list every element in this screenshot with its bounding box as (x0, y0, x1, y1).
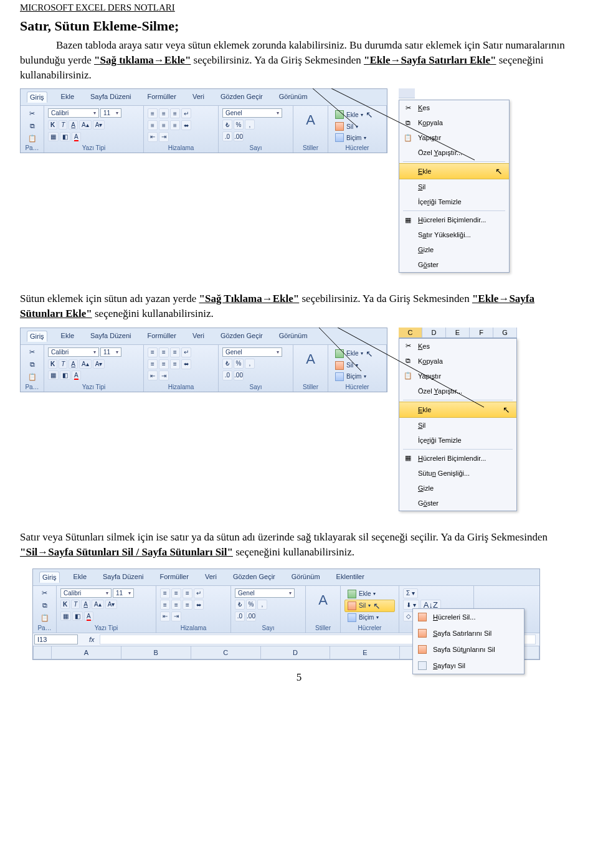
font-name-input[interactable]: Calibri▾ (48, 347, 99, 357)
align-center-icon[interactable]: ≡ (171, 600, 181, 610)
cm-goster[interactable]: Göster (399, 496, 516, 511)
align-left-icon[interactable]: ≡ (160, 600, 170, 610)
tab-sayfa-duzeni[interactable]: Sayfa Düzeni (88, 331, 133, 342)
tab-veri[interactable]: Veri (190, 92, 207, 103)
copy-icon[interactable]: ⧉ (27, 121, 37, 131)
name-box[interactable]: I13 (34, 634, 78, 644)
align-left-icon[interactable]: ≡ (148, 120, 158, 130)
sil-button-active[interactable]: Sil▾↖ (344, 600, 395, 612)
cm-ekle[interactable]: Ekle↖ (399, 402, 516, 418)
sil-button[interactable]: Sil▾ (332, 121, 382, 132)
col-F[interactable]: F (470, 328, 493, 337)
align-right-icon[interactable]: ≡ (170, 120, 180, 130)
cut-icon[interactable]: ✂ (27, 347, 37, 357)
cm-gizle[interactable]: Gizle (399, 481, 516, 496)
wrap-icon[interactable]: ↵ (194, 588, 204, 598)
cm-yapistir[interactable]: 📋Yapıştır (399, 369, 516, 384)
percent-icon[interactable]: % (234, 120, 244, 130)
border-icon[interactable]: ▦ (48, 370, 59, 380)
bold-button[interactable]: K (48, 120, 57, 130)
cm-hucreleri-bicimlendir[interactable]: ▦Hücreleri Biçimlendir... (399, 451, 516, 466)
fill-color-icon[interactable]: ◧ (60, 132, 70, 141)
tab-formuller[interactable]: Formüller (145, 331, 178, 342)
tab-gorunum[interactable]: Görünüm (289, 572, 323, 583)
cm-icerigi-temizle[interactable]: İçeriği Temizle (399, 433, 516, 448)
underline-button[interactable]: A (69, 359, 78, 369)
font-dec-icon[interactable]: A▾ (105, 600, 118, 609)
align-bot-icon[interactable]: ≡ (170, 108, 180, 118)
cm-kopyala[interactable]: ⧉Kopyala (399, 354, 516, 369)
font-inc-icon[interactable]: A▴ (79, 120, 92, 130)
font-color-icon[interactable]: A (72, 132, 81, 141)
font-size-input[interactable]: 11▾ (113, 588, 134, 598)
comma-icon[interactable]: , (257, 600, 267, 610)
dd-sayfa-satirlari-sil[interactable]: Sayfa Satırlarını Sil (413, 625, 524, 641)
number-format-input[interactable]: Genel▾ (235, 588, 295, 598)
font-name-input[interactable]: Calibri▾ (48, 108, 99, 118)
font-dec-icon[interactable]: A▾ (93, 359, 105, 369)
font-size-input[interactable]: 11▾ (100, 347, 121, 357)
tab-giris[interactable]: Giriş (27, 331, 47, 342)
align-mid-icon[interactable]: ≡ (159, 108, 169, 118)
tab-formuller[interactable]: Formüller (157, 572, 191, 583)
percent-icon[interactable]: % (234, 359, 244, 369)
styles-icon[interactable]: A (297, 347, 324, 367)
tab-gozden-gecir[interactable]: Gözden Geçir (218, 331, 265, 342)
cut-icon[interactable]: ✂ (40, 588, 50, 598)
ekle-button[interactable]: Ekle▾↖ (332, 108, 382, 121)
cm-ozel-yapistir[interactable]: Özel Yapıştır... (399, 145, 509, 160)
cm-kes[interactable]: ✂KKeses (399, 100, 509, 115)
font-color-icon[interactable]: A (72, 370, 81, 380)
tab-ekle[interactable]: Ekle (59, 331, 77, 342)
indent-inc-icon[interactable]: ⇥ (159, 370, 169, 380)
sum-icon[interactable]: Σ ▾ (403, 588, 418, 598)
col-C-selected[interactable]: C (399, 328, 422, 337)
paste-icon[interactable]: 📋 (27, 372, 37, 382)
border-icon[interactable]: ▦ (48, 132, 59, 141)
align-center-icon[interactable]: ≡ (159, 120, 169, 130)
tab-gorunum[interactable]: Görünüm (277, 92, 310, 103)
align-top-icon[interactable]: ≡ (160, 588, 170, 598)
align-mid-icon[interactable]: ≡ (171, 588, 181, 598)
align-mid-icon[interactable]: ≡ (159, 347, 169, 357)
cm-sutun-genisligi[interactable]: Sütun Genişliği... (399, 466, 516, 481)
dec-inc-icon[interactable]: .0 (235, 611, 245, 621)
ekle-button[interactable]: Ekle▾ (344, 588, 395, 600)
paste-icon[interactable]: 📋 (27, 133, 37, 143)
cm-kes[interactable]: ✂Kes (399, 339, 516, 354)
paste-icon[interactable]: 📋 (40, 613, 50, 623)
tab-eklentiler[interactable]: Eklentiler (334, 572, 367, 583)
align-right-icon[interactable]: ≡ (170, 359, 180, 369)
fill-color-icon[interactable]: ◧ (72, 611, 83, 621)
merge-icon[interactable]: ⬌ (194, 600, 204, 610)
bicim-button[interactable]: Biçim▾ (344, 612, 395, 623)
cm-sil[interactable]: Sil (399, 418, 516, 433)
italic-button[interactable]: T (71, 600, 80, 609)
cm-kopyala[interactable]: ⧉Kopyala (399, 115, 509, 130)
indent-inc-icon[interactable]: ⇥ (159, 132, 169, 142)
styles-icon[interactable]: A (297, 108, 324, 128)
copy-icon[interactable]: ⧉ (27, 360, 37, 370)
font-inc-icon[interactable]: A▴ (92, 600, 104, 609)
underline-button[interactable]: A (69, 120, 78, 130)
indent-dec-icon[interactable]: ⇤ (148, 132, 158, 142)
tab-giris[interactable]: Giriş (39, 572, 60, 583)
align-right-icon[interactable]: ≡ (183, 600, 192, 610)
ekle-button[interactable]: Ekle▾↖ (332, 347, 382, 360)
bicim-button[interactable]: Biçim▾ (332, 132, 382, 143)
col-B[interactable]: B (121, 646, 191, 659)
cm-icerigi-temizle[interactable]: İçeriği Temizle (399, 194, 509, 209)
merge-icon[interactable]: ⬌ (181, 120, 191, 130)
indent-dec-icon[interactable]: ⇤ (160, 611, 170, 621)
comma-icon[interactable]: , (245, 359, 255, 369)
italic-button[interactable]: T (59, 359, 67, 369)
tab-sayfa-duzeni[interactable]: Sayfa Düzeni (100, 572, 146, 583)
font-inc-icon[interactable]: A▴ (79, 359, 92, 369)
indent-inc-icon[interactable]: ⇥ (171, 611, 181, 621)
cut-icon[interactable]: ✂ (27, 108, 37, 118)
cm-hucreleri-bicimlendir[interactable]: ▦Hücreleri Biçimlendir... (399, 212, 509, 227)
dec-inc-icon[interactable]: .0 (222, 131, 232, 141)
currency-icon[interactable]: ₺ (235, 600, 245, 610)
cm-ozel-yapistir[interactable]: Özel Yapıştır... (399, 384, 516, 399)
number-format-input[interactable]: Genel▾ (222, 108, 282, 118)
